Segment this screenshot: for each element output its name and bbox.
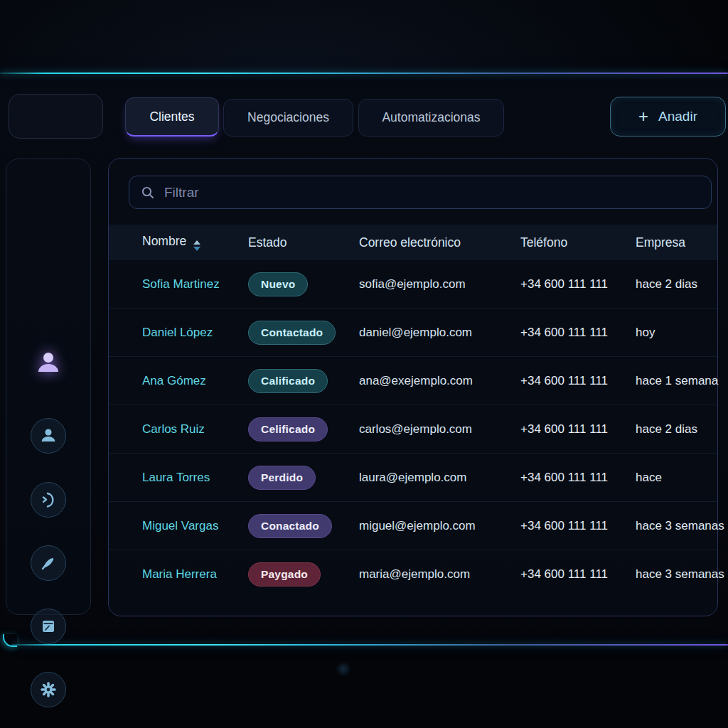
decorative-glow-dot [336,661,351,677]
row-name-link[interactable]: Carlos Ruiz [142,422,248,437]
table-row[interactable]: Carlos Ruiz Celificado carlos@ejemplo.co… [109,405,717,454]
row-phone: +34 600 111 111 [520,277,636,291]
sidebar-item-contacts[interactable] [31,418,66,454]
sync-arc-icon [31,482,66,518]
row-company: hace 2 dias [636,277,717,291]
filter-search-box[interactable] [129,176,712,209]
table-row[interactable]: Daniel López Contactado daniel@ejemplo.c… [109,309,717,357]
sort-icon[interactable] [193,240,200,251]
plus-icon: + [638,108,648,125]
tab-clientes[interactable]: Clientes [125,97,219,136]
row-phone: +34 600 111 111 [520,519,636,533]
person-circle-icon [31,418,66,454]
table-body: Sofia Martinez Nuevo sofia@ejemplo.com +… [109,260,717,598]
search-icon [141,186,155,200]
logo-placeholder [9,94,103,139]
row-email: sofia@ejemplo.com [359,277,520,291]
person-icon [33,348,64,382]
row-email: daniel@ejemplo.com [359,326,520,340]
row-company: hace 3 semanas [636,519,724,533]
row-email: ana@exejemplo.com [359,374,520,388]
status-badge: Celificado [248,417,328,441]
sidebar-item-windows[interactable] [31,609,66,644]
table-row[interactable]: Miguel Vargas Conactado miguel@ejemplo.c… [109,502,717,550]
bottom-glow-border [11,644,728,646]
row-company: hace 1 semana [636,374,718,388]
row-name-link[interactable]: Daniel López [142,326,248,340]
table-header-row: Nombre Estado Correo electrónico Teléfon… [109,225,717,260]
row-company: hoy [636,326,717,340]
row-name-link[interactable]: Maria Herrera [142,567,248,582]
row-name-link[interactable]: Laura Torres [142,471,248,485]
gear-icon [31,672,66,707]
tab-automatizacionas[interactable]: Automatizacionas [358,99,504,136]
column-header-nombre[interactable]: Nombre [142,234,248,251]
table-row[interactable]: Ana Gómez Calificado ana@exejemplo.com +… [109,357,717,405]
row-phone: +34 600 111 111 [520,326,636,340]
row-company: hace [636,471,717,485]
filter-input[interactable] [163,184,711,201]
row-name-link[interactable]: Ana Gómez [142,374,248,388]
row-email: carlos@ejemplo.com [359,422,520,437]
row-email: laura@ejemplo.com [359,471,520,485]
tab-negociaciones[interactable]: Negociaciones [223,99,353,136]
row-company: hace 2 dias [636,422,717,437]
sidebar-item-clients-active[interactable] [31,348,65,381]
status-badge: Nuevo [248,272,308,296]
pen-icon [31,545,66,581]
sidebar [6,159,91,615]
table-row[interactable]: Laura Torres Perdido laura@ejemplo.com +… [109,454,717,502]
table-row[interactable]: Sofia Martinez Nuevo sofia@ejemplo.com +… [109,260,717,309]
row-phone: +34 600 111 111 [520,422,636,437]
status-badge: Paygado [248,562,321,587]
status-badge: Calificado [248,369,328,393]
row-email: miguel@ejemplo.com [359,519,520,533]
add-button-label: Anadir [658,109,697,124]
status-badge: Contactado [248,321,336,345]
sidebar-item-compose[interactable] [31,545,66,581]
bottom-left-glow-corner [3,634,17,647]
row-name-link[interactable]: Sofia Martinez [142,277,248,291]
clients-table-card: Nombre Estado Correo electrónico Teléfon… [108,158,718,616]
row-company: hace 3 semanas [636,567,724,582]
column-header-telefono[interactable]: Teléfono [520,235,636,250]
column-header-correo[interactable]: Correo electrónico [359,235,520,250]
row-email: maria@ejemplo.com [359,567,520,582]
row-phone: +34 600 111 111 [520,567,636,582]
sidebar-item-sync[interactable] [31,482,66,518]
row-phone: +34 600 111 111 [520,374,636,388]
row-name-link[interactable]: Miguel Vargas [142,519,248,533]
column-header-empresa[interactable]: Empresa [636,235,717,250]
top-glow-border [0,73,728,74]
row-phone: +34 600 111 111 [520,471,636,485]
table-row[interactable]: Maria Herrera Paygado maria@ejemplo.com … [109,550,717,598]
add-button[interactable]: + Anadir [610,97,726,136]
status-badge: Perdido [248,466,316,490]
column-header-estado[interactable]: Estado [248,235,359,250]
window-icon [31,609,66,644]
status-badge: Conactado [248,514,332,538]
sidebar-item-settings[interactable] [31,672,66,707]
